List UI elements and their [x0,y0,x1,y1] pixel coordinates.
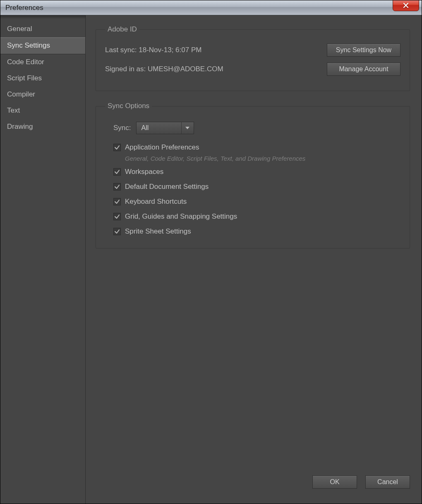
sidebar-item-text[interactable]: Text [0,103,85,119]
checkbox-grid-guides-and-snapping-settings[interactable] [113,213,121,220]
sidebar-item-general[interactable]: General [0,21,85,37]
checkbox-workspaces[interactable] [113,168,121,176]
sidebar-item-compiler[interactable]: Compiler [0,87,85,103]
sync-option-row: Default Document Settings [105,179,400,194]
sync-label: Sync: [113,124,131,132]
sync-dropdown[interactable]: All [136,122,194,134]
sync-option-row: Workspaces [105,164,400,179]
ok-button[interactable]: OK [312,475,357,489]
signed-in-text: Signed in as: UMESH@ADOBE.COM [105,65,223,73]
checkbox-label: Default Document Settings [125,183,209,191]
main-panel: Adobe ID Last sync: 18-Nov-13; 6:07 PM S… [86,15,422,504]
sync-option-row: Keyboard Shortcuts [105,194,400,209]
sync-option-row: Grid, Guides and Snapping Settings [105,209,400,224]
checkbox-label: Workspaces [125,168,163,176]
close-button[interactable] [393,0,419,11]
sync-option-row: Sprite Sheet Settings [105,224,400,239]
window-title: Preferences [5,4,43,12]
sidebar: GeneralSync SettingsCode EditorScript Fi… [0,15,86,504]
sync-options-group: Sync Options Sync: All Application Prefe… [96,102,410,248]
sync-option-row: Application Preferences [105,140,400,155]
sync-dropdown-value: All [137,124,181,132]
sync-settings-now-button[interactable]: Sync Settings Now [327,43,400,57]
checkbox-label: Grid, Guides and Snapping Settings [125,212,237,221]
sidebar-item-script-files[interactable]: Script Files [0,70,85,87]
sync-options-legend: Sync Options [105,102,152,110]
checkbox-default-document-settings[interactable] [113,183,121,191]
titlebar: Preferences [0,0,422,15]
manage-account-button[interactable]: Manage Account [327,63,400,76]
checkbox-label: Keyboard Shortcuts [125,198,187,206]
chevron-down-icon [181,122,194,134]
last-sync-text: Last sync: 18-Nov-13; 6:07 PM [105,46,201,54]
checkbox-keyboard-shortcuts[interactable] [113,198,121,205]
checkbox-subtext: General, Code Editor, Script Files, Text… [105,155,400,164]
adobe-id-group: Adobe ID Last sync: 18-Nov-13; 6:07 PM S… [96,25,410,91]
dialog-footer: OK Cancel [96,471,410,497]
sidebar-item-drawing[interactable]: Drawing [0,119,85,135]
sidebar-item-sync-settings[interactable]: Sync Settings [0,37,85,54]
sidebar-item-code-editor[interactable]: Code Editor [0,54,85,70]
adobe-id-legend: Adobe ID [105,25,139,34]
checkbox-label: Sprite Sheet Settings [125,227,191,236]
close-icon [403,2,409,9]
checkbox-sprite-sheet-settings[interactable] [113,228,121,235]
checkbox-label: Application Preferences [125,143,199,152]
checkbox-application-preferences[interactable] [113,144,121,151]
cancel-button[interactable]: Cancel [365,475,410,489]
